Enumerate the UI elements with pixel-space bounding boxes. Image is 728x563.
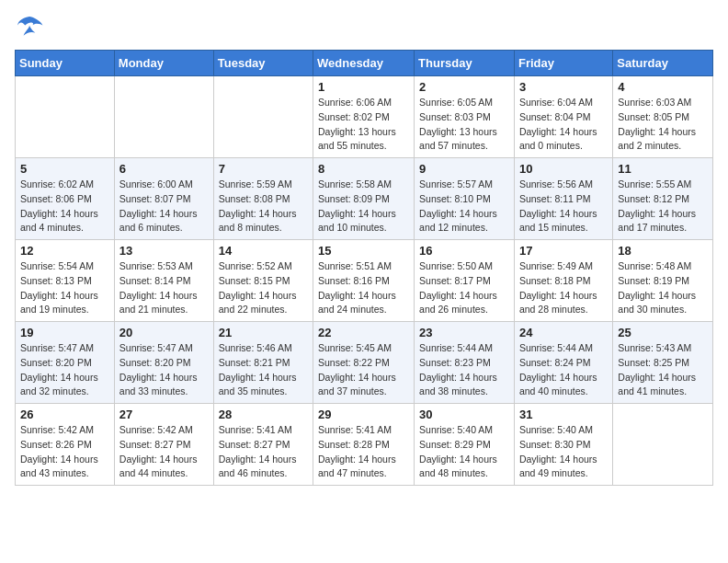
day-info: Sunrise: 5:41 AM Sunset: 8:27 PM Dayligh… (219, 423, 308, 481)
calendar-cell: 21Sunrise: 5:46 AM Sunset: 8:21 PM Dayli… (213, 322, 313, 404)
calendar-cell: 14Sunrise: 5:52 AM Sunset: 8:15 PM Dayli… (213, 240, 313, 322)
day-number: 13 (119, 244, 209, 258)
day-number: 4 (618, 80, 708, 94)
page-header (15, 15, 713, 40)
calendar-cell: 30Sunrise: 5:40 AM Sunset: 8:29 PM Dayli… (415, 404, 515, 486)
day-number: 15 (318, 244, 409, 258)
calendar-cell: 1Sunrise: 6:06 AM Sunset: 8:02 PM Daylig… (313, 76, 415, 158)
day-info: Sunrise: 6:05 AM Sunset: 8:03 PM Dayligh… (419, 96, 509, 154)
day-number: 12 (20, 244, 109, 258)
calendar-cell: 4Sunrise: 6:03 AM Sunset: 8:05 PM Daylig… (613, 76, 713, 158)
day-info: Sunrise: 5:40 AM Sunset: 8:29 PM Dayligh… (419, 423, 509, 481)
day-number: 7 (219, 162, 308, 176)
calendar-cell: 25Sunrise: 5:43 AM Sunset: 8:25 PM Dayli… (613, 322, 713, 404)
day-info: Sunrise: 5:54 AM Sunset: 8:13 PM Dayligh… (20, 259, 109, 317)
day-number: 6 (119, 162, 209, 176)
calendar-cell: 8Sunrise: 5:58 AM Sunset: 8:09 PM Daylig… (313, 158, 415, 240)
day-info: Sunrise: 5:40 AM Sunset: 8:30 PM Dayligh… (519, 423, 608, 481)
day-info: Sunrise: 5:50 AM Sunset: 8:17 PM Dayligh… (419, 259, 509, 317)
day-number: 22 (318, 326, 409, 339)
day-info: Sunrise: 5:51 AM Sunset: 8:16 PM Dayligh… (318, 259, 409, 317)
calendar-cell: 26Sunrise: 5:42 AM Sunset: 8:26 PM Dayli… (16, 404, 115, 486)
day-number: 1 (318, 80, 409, 94)
day-number: 19 (20, 326, 109, 339)
day-number: 3 (519, 80, 608, 94)
calendar-week-row: 12Sunrise: 5:54 AM Sunset: 8:13 PM Dayli… (16, 240, 713, 322)
calendar-week-row: 19Sunrise: 5:47 AM Sunset: 8:20 PM Dayli… (16, 322, 713, 404)
calendar-cell: 17Sunrise: 5:49 AM Sunset: 8:18 PM Dayli… (514, 240, 612, 322)
day-info: Sunrise: 5:41 AM Sunset: 8:28 PM Dayligh… (318, 423, 409, 481)
day-info: Sunrise: 5:44 AM Sunset: 8:24 PM Dayligh… (519, 341, 608, 399)
calendar-cell: 22Sunrise: 5:45 AM Sunset: 8:22 PM Dayli… (313, 322, 415, 404)
day-number: 9 (419, 162, 509, 176)
day-info: Sunrise: 6:04 AM Sunset: 8:04 PM Dayligh… (519, 96, 608, 154)
calendar-cell: 7Sunrise: 5:59 AM Sunset: 8:08 PM Daylig… (213, 158, 313, 240)
calendar-cell: 19Sunrise: 5:47 AM Sunset: 8:20 PM Dayli… (16, 322, 115, 404)
logo (15, 15, 48, 40)
day-info: Sunrise: 5:46 AM Sunset: 8:21 PM Dayligh… (219, 341, 308, 399)
calendar-cell (114, 76, 213, 158)
day-info: Sunrise: 5:47 AM Sunset: 8:20 PM Dayligh… (20, 341, 109, 399)
calendar-cell: 15Sunrise: 5:51 AM Sunset: 8:16 PM Dayli… (313, 240, 415, 322)
day-header-sunday: Sunday (16, 51, 115, 76)
day-number: 18 (618, 244, 708, 258)
day-info: Sunrise: 5:43 AM Sunset: 8:25 PM Dayligh… (618, 341, 708, 399)
day-number: 11 (618, 162, 708, 176)
day-number: 2 (419, 80, 509, 94)
calendar-cell: 27Sunrise: 5:42 AM Sunset: 8:27 PM Dayli… (114, 404, 213, 486)
day-info: Sunrise: 5:42 AM Sunset: 8:26 PM Dayligh… (20, 423, 109, 481)
calendar-cell: 16Sunrise: 5:50 AM Sunset: 8:17 PM Dayli… (415, 240, 515, 322)
day-info: Sunrise: 5:55 AM Sunset: 8:12 PM Dayligh… (618, 178, 708, 236)
day-number: 31 (519, 408, 608, 421)
logo-bird-icon (15, 15, 44, 40)
calendar-cell: 3Sunrise: 6:04 AM Sunset: 8:04 PM Daylig… (514, 76, 612, 158)
calendar-cell: 31Sunrise: 5:40 AM Sunset: 8:30 PM Dayli… (514, 404, 612, 486)
day-number: 29 (318, 408, 409, 421)
day-number: 21 (219, 326, 308, 339)
calendar-week-row: 26Sunrise: 5:42 AM Sunset: 8:26 PM Dayli… (16, 404, 713, 486)
calendar-cell: 29Sunrise: 5:41 AM Sunset: 8:28 PM Dayli… (313, 404, 415, 486)
day-header-tuesday: Tuesday (213, 51, 313, 76)
day-header-saturday: Saturday (613, 51, 713, 76)
day-number: 5 (20, 162, 109, 176)
day-info: Sunrise: 5:53 AM Sunset: 8:14 PM Dayligh… (119, 259, 209, 317)
calendar-cell: 28Sunrise: 5:41 AM Sunset: 8:27 PM Dayli… (213, 404, 313, 486)
day-number: 20 (119, 326, 209, 339)
day-number: 24 (519, 326, 608, 339)
day-info: Sunrise: 6:02 AM Sunset: 8:06 PM Dayligh… (20, 178, 109, 236)
day-number: 10 (519, 162, 608, 176)
calendar-table: SundayMondayTuesdayWednesdayThursdayFrid… (15, 50, 713, 486)
calendar-cell: 11Sunrise: 5:55 AM Sunset: 8:12 PM Dayli… (613, 158, 713, 240)
calendar-cell: 10Sunrise: 5:56 AM Sunset: 8:11 PM Dayli… (514, 158, 612, 240)
day-number: 27 (119, 408, 209, 421)
day-number: 14 (219, 244, 308, 258)
calendar-cell: 18Sunrise: 5:48 AM Sunset: 8:19 PM Dayli… (613, 240, 713, 322)
day-number: 26 (20, 408, 109, 421)
day-header-monday: Monday (114, 51, 213, 76)
day-info: Sunrise: 5:48 AM Sunset: 8:19 PM Dayligh… (618, 259, 708, 317)
day-info: Sunrise: 5:58 AM Sunset: 8:09 PM Dayligh… (318, 178, 409, 236)
calendar-header-row: SundayMondayTuesdayWednesdayThursdayFrid… (16, 51, 713, 76)
day-info: Sunrise: 6:03 AM Sunset: 8:05 PM Dayligh… (618, 96, 708, 154)
calendar-cell: 20Sunrise: 5:47 AM Sunset: 8:20 PM Dayli… (114, 322, 213, 404)
day-info: Sunrise: 5:45 AM Sunset: 8:22 PM Dayligh… (318, 341, 409, 399)
calendar-cell (613, 404, 713, 486)
day-header-thursday: Thursday (415, 51, 515, 76)
day-info: Sunrise: 5:44 AM Sunset: 8:23 PM Dayligh… (419, 341, 509, 399)
calendar-cell: 13Sunrise: 5:53 AM Sunset: 8:14 PM Dayli… (114, 240, 213, 322)
day-info: Sunrise: 5:49 AM Sunset: 8:18 PM Dayligh… (519, 259, 608, 317)
day-info: Sunrise: 6:06 AM Sunset: 8:02 PM Dayligh… (318, 96, 409, 154)
day-number: 17 (519, 244, 608, 258)
calendar-cell: 6Sunrise: 6:00 AM Sunset: 8:07 PM Daylig… (114, 158, 213, 240)
calendar-cell: 2Sunrise: 6:05 AM Sunset: 8:03 PM Daylig… (415, 76, 515, 158)
day-info: Sunrise: 5:59 AM Sunset: 8:08 PM Dayligh… (219, 178, 308, 236)
day-info: Sunrise: 5:57 AM Sunset: 8:10 PM Dayligh… (419, 178, 509, 236)
day-info: Sunrise: 5:47 AM Sunset: 8:20 PM Dayligh… (119, 341, 209, 399)
day-header-wednesday: Wednesday (313, 51, 415, 76)
day-header-friday: Friday (514, 51, 612, 76)
calendar-week-row: 5Sunrise: 6:02 AM Sunset: 8:06 PM Daylig… (16, 158, 713, 240)
calendar-cell: 23Sunrise: 5:44 AM Sunset: 8:23 PM Dayli… (415, 322, 515, 404)
day-number: 28 (219, 408, 308, 421)
calendar-cell (213, 76, 313, 158)
calendar-cell: 12Sunrise: 5:54 AM Sunset: 8:13 PM Dayli… (16, 240, 115, 322)
